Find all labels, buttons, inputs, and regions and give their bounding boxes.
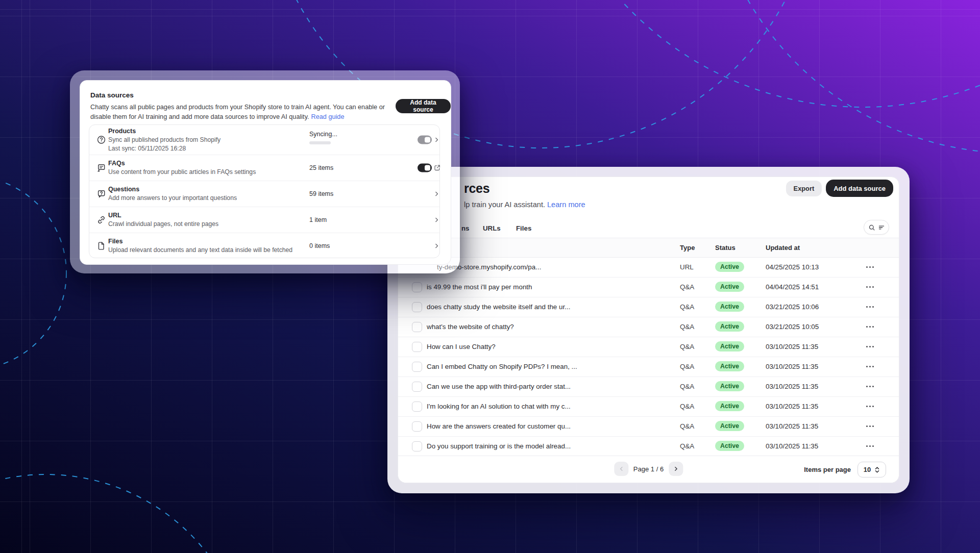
- status-badge: Active: [715, 401, 744, 411]
- source-item-count: 25 items: [309, 164, 333, 171]
- row-actions-menu-icon[interactable]: [866, 306, 874, 308]
- row-checkbox[interactable]: [412, 382, 422, 392]
- table-row[interactable]: does chatty study the website itself and…: [398, 297, 899, 317]
- row-checkbox[interactable]: [412, 362, 422, 372]
- row-actions-menu-icon[interactable]: [866, 346, 874, 347]
- pagination: Page 1 / 6: [614, 462, 683, 476]
- source-text: ProductsSync all published products from…: [108, 127, 220, 153]
- row-actions-menu-icon[interactable]: [866, 445, 874, 447]
- read-guide-link[interactable]: Read guide: [311, 113, 345, 120]
- tab-ns[interactable]: ns: [461, 224, 470, 232]
- row-actions-menu-icon[interactable]: [866, 326, 874, 328]
- table-row[interactable]: is 49.99 the most i'll pay per monthQ&AA…: [398, 278, 899, 297]
- source-item-count: 59 items: [309, 190, 333, 197]
- row-checkbox[interactable]: [412, 421, 422, 432]
- files-icon: [96, 241, 106, 251]
- source-text: FilesUpload relevant documents and any t…: [108, 237, 292, 255]
- page-subtitle-partial: lp train your AI assistant.Learn more: [464, 200, 585, 209]
- row-name: How can I use Chatty?: [427, 343, 496, 350]
- data-source-row[interactable]: URLCrawl individual pages, not entire pa…: [89, 207, 439, 233]
- table-row[interactable]: Can we use the app with third-party orde…: [398, 377, 899, 397]
- table-row[interactable]: Can I embed Chatty on Shopify PDPs? I me…: [398, 357, 899, 377]
- row-actions-menu-icon[interactable]: [866, 386, 874, 387]
- table-header: Type Status Updated at: [398, 238, 899, 258]
- row-checkbox[interactable]: [412, 441, 422, 451]
- export-button[interactable]: Export: [786, 181, 822, 196]
- tab-urls[interactable]: URLs: [483, 224, 501, 232]
- chevron-right-icon[interactable]: [433, 243, 440, 249]
- items-per-page-label: Items per page: [804, 466, 851, 473]
- row-type: Q&A: [680, 363, 694, 370]
- table-footer: Page 1 / 6 Items per page 10: [398, 456, 899, 483]
- items-per-page-select[interactable]: 10: [857, 462, 886, 477]
- source-text: QuestionsAdd more answers to your import…: [108, 185, 237, 203]
- syncing-label: Syncing...: [309, 131, 337, 138]
- source-description: Sync all published products from Shopify: [108, 136, 220, 144]
- add-data-source-button[interactable]: Add data source: [396, 99, 451, 113]
- source-description: Crawl individual pages, not entire pages: [108, 220, 218, 229]
- row-type: Q&A: [680, 442, 694, 450]
- row-actions-menu-icon[interactable]: [866, 406, 874, 407]
- tab-files[interactable]: Files: [516, 224, 531, 232]
- faqs-icon: [96, 163, 106, 173]
- row-checkbox[interactable]: [412, 342, 422, 352]
- questions-icon: [96, 189, 106, 199]
- data-sources-table-card: rces lp train your AI assistant.Learn mo…: [398, 177, 899, 483]
- data-source-row[interactable]: QuestionsAdd more answers to your import…: [89, 181, 439, 207]
- items-per-page-value: 10: [864, 466, 871, 473]
- table-row[interactable]: How can I use Chatty?Q&AActive03/10/2025…: [398, 337, 899, 357]
- search-icon: [868, 224, 875, 231]
- source-item-count: 1 item: [309, 216, 327, 223]
- row-updated-at: 03/21/2025 10:05: [766, 323, 819, 331]
- chevron-right-icon[interactable]: [433, 217, 440, 223]
- table-row[interactable]: Do you support training or is the model …: [398, 437, 899, 457]
- row-checkbox[interactable]: [412, 302, 422, 312]
- filter-icon: [878, 224, 885, 231]
- chevron-right-icon[interactable]: [433, 191, 440, 197]
- data-source-row[interactable]: ProductsSync all published products from…: [89, 125, 439, 155]
- add-data-source-button[interactable]: Add data source: [826, 180, 893, 197]
- row-name: Do you support training or is the model …: [427, 442, 571, 450]
- row-updated-at: 04/04/2025 14:51: [766, 283, 819, 291]
- data-source-row[interactable]: FAQsUse content from your public article…: [89, 155, 439, 181]
- status-badge: Active: [715, 361, 744, 371]
- row-updated-at: 03/10/2025 11:35: [766, 422, 818, 430]
- table-row[interactable]: ty-demo-store.myshopify.com/pa...URLActi…: [398, 258, 899, 278]
- previous-page-button[interactable]: [614, 462, 628, 476]
- row-name: does chatty study the website itself and…: [427, 303, 570, 311]
- url-icon: [96, 215, 106, 225]
- chevron-right-icon[interactable]: [433, 137, 440, 143]
- row-checkbox[interactable]: [412, 282, 422, 292]
- row-type: Q&A: [680, 403, 694, 410]
- data-sources-panel: Data sources Chatty scans all public pag…: [80, 80, 451, 265]
- row-checkbox[interactable]: [412, 401, 422, 412]
- next-page-button[interactable]: [669, 462, 683, 476]
- status-badge: Active: [715, 341, 744, 351]
- source-title: FAQs: [108, 159, 256, 168]
- table-row[interactable]: what's the website of chatty?Q&AActive03…: [398, 317, 899, 337]
- source-enabled-toggle[interactable]: [418, 164, 432, 172]
- table-row[interactable]: I'm looking for an AI solution to chat w…: [398, 397, 899, 417]
- row-actions-menu-icon[interactable]: [866, 366, 874, 367]
- learn-more-link[interactable]: Learn more: [547, 200, 585, 209]
- source-title: Products: [108, 127, 220, 136]
- row-actions-menu-icon[interactable]: [866, 266, 874, 268]
- search-filter-button[interactable]: [864, 220, 889, 235]
- source-enabled-toggle[interactable]: [418, 136, 432, 144]
- table-body: ty-demo-store.myshopify.com/pa...URLActi…: [398, 258, 899, 457]
- table-row[interactable]: How are the answers created for customer…: [398, 417, 899, 437]
- external-link-icon[interactable]: [433, 164, 441, 172]
- row-actions-menu-icon[interactable]: [866, 425, 874, 427]
- status-badge: Active: [715, 421, 744, 431]
- data-source-row[interactable]: FilesUpload relevant documents and any t…: [89, 233, 439, 259]
- toggle-knob: [425, 165, 430, 171]
- row-name: Can we use the app with third-party orde…: [427, 383, 571, 390]
- row-actions-menu-icon[interactable]: [866, 286, 874, 288]
- row-type: Q&A: [680, 323, 694, 331]
- row-name: is 49.99 the most i'll pay per month: [427, 283, 532, 291]
- page-title-partial: rces: [464, 181, 489, 196]
- source-description: Upload relevant documents and any text d…: [108, 246, 292, 255]
- source-text: FAQsUse content from your public article…: [108, 159, 256, 177]
- row-type: Q&A: [680, 283, 694, 291]
- row-checkbox[interactable]: [412, 322, 422, 332]
